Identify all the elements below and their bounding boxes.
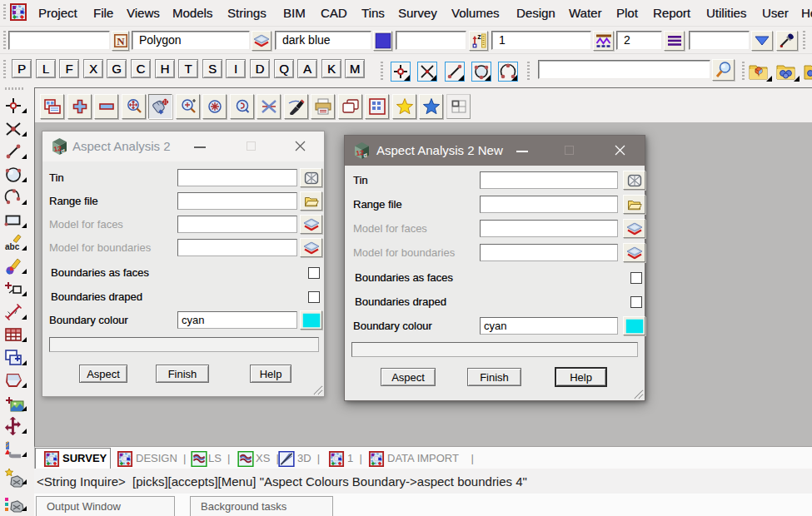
svg-text:N: N	[117, 35, 125, 47]
svg-text:d: d	[62, 148, 65, 154]
svg-text:z: z	[477, 33, 481, 41]
svg-text:d: d	[364, 152, 367, 158]
svg-text:abc: abc	[5, 242, 20, 251]
